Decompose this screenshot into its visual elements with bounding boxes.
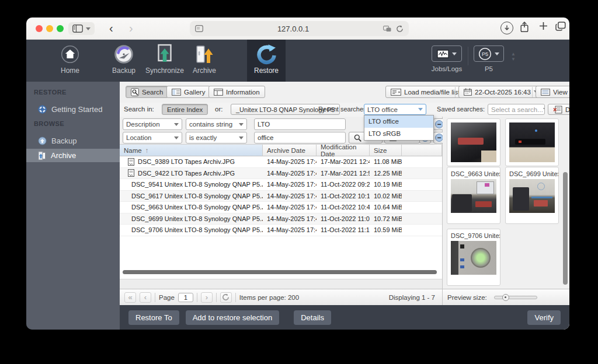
new-tab-button[interactable] [539,22,548,30]
table-row[interactable]: DSC_9706 Unitex LTO-8 Synology QNAP P5.J… [120,225,442,236]
delete-search-button[interactable]: Delete [548,104,569,115]
table-row[interactable]: DSC_9541 Unitex LTO-8 Synology QNAP P5.J… [120,179,442,191]
magnifier-icon [354,134,361,142]
tab-gallery[interactable]: Gallery [166,86,210,98]
table-row[interactable]: DSC_9699 Unitex LTO-8 Synology QNAP P5.J… [120,214,442,225]
gallery-card[interactable]: DSC_9706 Unitex LT [447,229,500,286]
file-name: DSC_9541 Unitex LTO-8 Synology QNAP P5.J… [131,181,263,188]
table-row[interactable]: DSC_9617 Unitex LTO-8 Synology QNAP P5.J… [120,191,442,202]
share-button[interactable] [520,22,529,33]
sidebar-item-backup[interactable]: Backup [26,134,120,148]
maximize-window-button[interactable] [57,25,64,32]
date-picker-button[interactable]: 22-Oct-2025 16:43 [458,86,544,98]
statusbar-divider [216,293,217,302]
file-size: 10.64 MiB [370,204,402,211]
p5-menu-button[interactable]: P5 [474,46,504,62]
nav-backup[interactable]: Backup [102,42,146,82]
previous-page-button[interactable]: ‹ [140,292,151,303]
entire-index-button[interactable]: Entire Index [162,104,208,115]
load-media-label: Load media/file list [404,89,460,96]
nav-synchronize[interactable]: Synchronize [142,42,187,82]
entire-index-label: Entire Index [167,106,203,113]
address-bar[interactable]: 127.0.0.1 [190,21,409,36]
backup-browse-label: Backup [51,136,77,145]
photo-accent [460,265,464,268]
preview-size-slider[interactable] [494,296,537,299]
page-number-input[interactable] [178,293,193,302]
search-in-label: Search in: [124,104,154,115]
column-header-size[interactable]: Size [370,145,402,156]
or-label: or: [215,104,222,115]
criteria-value-input-2[interactable] [254,132,346,144]
column-header-modification-date[interactable]: Modification Date [317,145,370,156]
plus-icon [539,22,548,30]
nav-home[interactable]: Home [48,42,92,82]
slider-thumb[interactable] [502,294,509,301]
downloads-button[interactable] [500,22,513,34]
load-media-button[interactable]: Load media/file list [385,86,465,98]
p5-logo-icon: P5 [478,47,492,61]
sidebar-item-getting-started[interactable]: Getting Started [26,103,120,116]
table-row[interactable]: DSC_9422 LTO Tapes Archiv.JPG 14-May-202… [120,168,442,180]
next-page-button[interactable]: › [201,292,213,303]
recent-searches-combo[interactable]: LTO office [364,104,426,115]
view-toolbar: Search Gallery Information Load media/fi… [120,82,569,103]
app-body: RESTORE Getting Started BROWSE Backup Ar… [26,82,569,330]
gallery-card[interactable] [447,118,500,166]
jobs-logs-button[interactable] [432,46,462,62]
nav-archive-label: Archive [193,66,216,75]
photo-accent [452,194,472,212]
dropdown-option[interactable]: LTO sRGB [364,128,433,140]
dropdown-option[interactable]: LTO office [364,116,433,128]
reload-icon[interactable] [396,25,404,33]
gallery-card[interactable]: DSC_9699 Unitex LT [505,167,559,224]
criteria-value-input-1[interactable] [254,118,346,130]
criteria-op-select-2[interactable]: is exactly [186,132,247,144]
first-page-button[interactable]: « [124,292,136,303]
saved-searches-combo[interactable]: Select a search... [488,104,545,115]
gallery-scrollbar[interactable] [563,172,568,285]
verify-button[interactable]: Verify [527,310,561,325]
horizontal-scrollbar[interactable] [123,270,437,274]
modification-date: 11-Oct-2022 10:10 [317,192,370,200]
criteria-field-select-2[interactable]: Location [123,132,182,144]
main-content: Search Gallery Information Load media/fi… [120,82,569,330]
photo-accent [531,197,552,198]
table-row[interactable]: DSC_9663 Unitex LTO-8 Synology QNAP P5.J… [120,202,442,214]
gallery-card[interactable] [505,118,559,166]
refresh-button[interactable] [220,292,232,303]
toolbar-overflow-arrows[interactable]: ▲▼ [511,51,516,62]
forward-button[interactable]: › [129,21,133,35]
table-row[interactable]: DSC_9389 LTO Tapes Archiv.JPG 14-May-202… [120,156,442,168]
tab-information[interactable]: Information [208,86,265,98]
nav-archive[interactable]: Archive [182,42,227,82]
gallery-tab-icon [172,89,181,96]
view-button[interactable]: View [536,86,569,98]
add-to-restore-selection-button[interactable]: Add to restore selection [186,310,280,325]
column-header-archive-date[interactable]: Archive Date [263,145,317,156]
url-text[interactable]: 127.0.0.1 [203,24,383,33]
nav-restore[interactable]: Restore [244,42,288,82]
archive-date: 14-May-2025 17:43 [263,170,317,177]
privacy-badge-icon[interactable] [383,26,392,32]
page-menu-icon[interactable] [195,25,203,32]
view-label: View [553,89,568,96]
gallery-card[interactable]: DSC_9663 Unitex LT [447,167,500,224]
details-button[interactable]: Details [294,310,331,325]
tab-search[interactable]: Search [126,86,168,98]
sidebar-item-archive[interactable]: Archive [26,149,120,162]
criteria-op-select-1[interactable]: contains string [186,118,247,130]
column-header-name[interactable]: Name ↑ [120,145,263,156]
chevron-down-icon [543,108,545,111]
chevron-down-icon [418,108,423,111]
archive-date: 14-May-2025 17:43 [263,226,317,233]
minimize-window-button[interactable] [46,25,53,32]
back-button[interactable]: ‹ [109,21,113,35]
recent-searches-value: LTO office [367,106,398,113]
criteria-field-select-1[interactable]: Description [123,118,182,130]
tab-overview-button[interactable] [555,22,566,31]
synchronize-icon [142,42,187,66]
restore-to-button[interactable]: Restore To [128,310,179,325]
close-window-button[interactable] [36,25,43,32]
sidebar-toggle-button[interactable] [68,22,95,35]
